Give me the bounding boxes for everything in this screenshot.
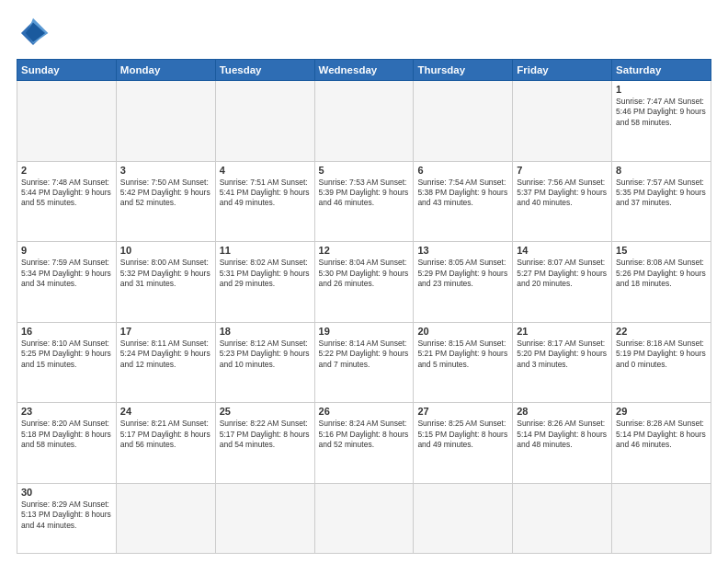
calendar-week-row: 2Sunrise: 7:48 AM Sunset: 5:44 PM Daylig… bbox=[17, 161, 711, 242]
calendar-cell: 17Sunrise: 8:11 AM Sunset: 5:24 PM Dayli… bbox=[116, 322, 215, 403]
day-info: Sunrise: 8:18 AM Sunset: 5:19 PM Dayligh… bbox=[616, 339, 707, 370]
calendar-week-row: 16Sunrise: 8:10 AM Sunset: 5:25 PM Dayli… bbox=[17, 322, 711, 403]
calendar-cell: 2Sunrise: 7:48 AM Sunset: 5:44 PM Daylig… bbox=[17, 161, 117, 242]
day-number: 20 bbox=[417, 326, 508, 337]
calendar: SundayMondayTuesdayWednesdayThursdayFrid… bbox=[17, 59, 711, 554]
day-number: 21 bbox=[517, 326, 608, 337]
day-number: 14 bbox=[517, 245, 608, 256]
calendar-week-row: 1Sunrise: 7:47 AM Sunset: 5:46 PM Daylig… bbox=[17, 81, 711, 162]
day-info: Sunrise: 7:50 AM Sunset: 5:42 PM Dayligh… bbox=[120, 178, 211, 209]
day-number: 10 bbox=[120, 245, 211, 256]
calendar-cell: 8Sunrise: 7:57 AM Sunset: 5:35 PM Daylig… bbox=[612, 161, 711, 242]
day-info: Sunrise: 8:15 AM Sunset: 5:21 PM Dayligh… bbox=[417, 339, 508, 370]
calendar-day-header: Thursday bbox=[414, 60, 513, 81]
calendar-cell bbox=[612, 483, 711, 553]
logo bbox=[17, 17, 53, 50]
day-info: Sunrise: 7:51 AM Sunset: 5:41 PM Dayligh… bbox=[220, 178, 311, 209]
day-number: 13 bbox=[417, 245, 508, 256]
day-number: 7 bbox=[517, 165, 608, 176]
calendar-cell: 14Sunrise: 8:07 AM Sunset: 5:27 PM Dayli… bbox=[513, 242, 612, 323]
day-info: Sunrise: 7:59 AM Sunset: 5:34 PM Dayligh… bbox=[21, 258, 112, 289]
calendar-header-row: SundayMondayTuesdayWednesdayThursdayFrid… bbox=[17, 60, 711, 81]
day-info: Sunrise: 8:17 AM Sunset: 5:20 PM Dayligh… bbox=[517, 339, 608, 370]
calendar-cell: 30Sunrise: 8:29 AM Sunset: 5:13 PM Dayli… bbox=[17, 483, 117, 553]
calendar-cell bbox=[314, 81, 414, 162]
day-info: Sunrise: 7:47 AM Sunset: 5:46 PM Dayligh… bbox=[616, 97, 707, 128]
day-info: Sunrise: 7:56 AM Sunset: 5:37 PM Dayligh… bbox=[517, 178, 608, 209]
calendar-cell: 10Sunrise: 8:00 AM Sunset: 5:32 PM Dayli… bbox=[116, 242, 215, 323]
day-number: 6 bbox=[417, 165, 508, 176]
calendar-cell: 18Sunrise: 8:12 AM Sunset: 5:23 PM Dayli… bbox=[215, 322, 314, 403]
calendar-cell bbox=[116, 81, 215, 162]
day-number: 4 bbox=[220, 165, 311, 176]
day-info: Sunrise: 8:25 AM Sunset: 5:15 PM Dayligh… bbox=[417, 419, 508, 450]
day-info: Sunrise: 8:11 AM Sunset: 5:24 PM Dayligh… bbox=[120, 339, 211, 370]
calendar-cell bbox=[414, 81, 513, 162]
day-number: 19 bbox=[319, 326, 410, 337]
calendar-cell: 3Sunrise: 7:50 AM Sunset: 5:42 PM Daylig… bbox=[116, 161, 215, 242]
calendar-cell: 25Sunrise: 8:22 AM Sunset: 5:17 PM Dayli… bbox=[215, 403, 314, 484]
calendar-week-row: 9Sunrise: 7:59 AM Sunset: 5:34 PM Daylig… bbox=[17, 242, 711, 323]
day-number: 8 bbox=[616, 165, 707, 176]
day-info: Sunrise: 8:20 AM Sunset: 5:18 PM Dayligh… bbox=[21, 419, 112, 450]
calendar-cell bbox=[513, 81, 612, 162]
calendar-cell: 22Sunrise: 8:18 AM Sunset: 5:19 PM Dayli… bbox=[612, 322, 711, 403]
day-info: Sunrise: 7:54 AM Sunset: 5:38 PM Dayligh… bbox=[417, 178, 508, 209]
calendar-cell: 11Sunrise: 8:02 AM Sunset: 5:31 PM Dayli… bbox=[215, 242, 314, 323]
calendar-cell: 23Sunrise: 8:20 AM Sunset: 5:18 PM Dayli… bbox=[17, 403, 117, 484]
calendar-week-row: 30Sunrise: 8:29 AM Sunset: 5:13 PM Dayli… bbox=[17, 483, 711, 553]
calendar-day-header: Saturday bbox=[612, 60, 711, 81]
calendar-cell bbox=[215, 483, 314, 553]
day-info: Sunrise: 8:21 AM Sunset: 5:17 PM Dayligh… bbox=[120, 419, 211, 450]
day-info: Sunrise: 8:24 AM Sunset: 5:16 PM Dayligh… bbox=[319, 419, 410, 450]
calendar-cell: 5Sunrise: 7:53 AM Sunset: 5:39 PM Daylig… bbox=[314, 161, 414, 242]
calendar-cell: 24Sunrise: 8:21 AM Sunset: 5:17 PM Dayli… bbox=[116, 403, 215, 484]
day-info: Sunrise: 8:04 AM Sunset: 5:30 PM Dayligh… bbox=[319, 258, 410, 289]
day-number: 26 bbox=[319, 406, 410, 417]
day-info: Sunrise: 7:53 AM Sunset: 5:39 PM Dayligh… bbox=[319, 178, 410, 209]
day-number: 2 bbox=[21, 165, 112, 176]
calendar-cell: 20Sunrise: 8:15 AM Sunset: 5:21 PM Dayli… bbox=[414, 322, 513, 403]
day-number: 12 bbox=[319, 245, 410, 256]
day-info: Sunrise: 8:02 AM Sunset: 5:31 PM Dayligh… bbox=[220, 258, 311, 289]
day-info: Sunrise: 7:48 AM Sunset: 5:44 PM Dayligh… bbox=[21, 178, 112, 209]
day-number: 30 bbox=[21, 487, 112, 498]
calendar-day-header: Wednesday bbox=[314, 60, 414, 81]
day-number: 18 bbox=[220, 326, 311, 337]
calendar-cell: 6Sunrise: 7:54 AM Sunset: 5:38 PM Daylig… bbox=[414, 161, 513, 242]
day-number: 11 bbox=[220, 245, 311, 256]
calendar-day-header: Friday bbox=[513, 60, 612, 81]
calendar-cell: 27Sunrise: 8:25 AM Sunset: 5:15 PM Dayli… bbox=[414, 403, 513, 484]
day-number: 16 bbox=[21, 326, 112, 337]
calendar-cell bbox=[414, 483, 513, 553]
page: SundayMondayTuesdayWednesdayThursdayFrid… bbox=[0, 0, 728, 563]
calendar-day-header: Monday bbox=[116, 60, 215, 81]
header bbox=[17, 17, 711, 50]
day-info: Sunrise: 8:05 AM Sunset: 5:29 PM Dayligh… bbox=[417, 258, 508, 289]
calendar-cell bbox=[17, 81, 117, 162]
calendar-cell: 26Sunrise: 8:24 AM Sunset: 5:16 PM Dayli… bbox=[314, 403, 414, 484]
calendar-cell: 15Sunrise: 8:08 AM Sunset: 5:26 PM Dayli… bbox=[612, 242, 711, 323]
day-info: Sunrise: 8:26 AM Sunset: 5:14 PM Dayligh… bbox=[517, 419, 608, 450]
day-number: 22 bbox=[616, 326, 707, 337]
calendar-cell: 19Sunrise: 8:14 AM Sunset: 5:22 PM Dayli… bbox=[314, 322, 414, 403]
day-number: 24 bbox=[120, 406, 211, 417]
day-info: Sunrise: 8:10 AM Sunset: 5:25 PM Dayligh… bbox=[21, 339, 112, 370]
day-info: Sunrise: 8:14 AM Sunset: 5:22 PM Dayligh… bbox=[319, 339, 410, 370]
day-number: 23 bbox=[21, 406, 112, 417]
day-number: 15 bbox=[616, 245, 707, 256]
calendar-cell: 21Sunrise: 8:17 AM Sunset: 5:20 PM Dayli… bbox=[513, 322, 612, 403]
calendar-day-header: Sunday bbox=[17, 60, 117, 81]
day-info: Sunrise: 8:22 AM Sunset: 5:17 PM Dayligh… bbox=[220, 419, 311, 450]
calendar-cell: 4Sunrise: 7:51 AM Sunset: 5:41 PM Daylig… bbox=[215, 161, 314, 242]
calendar-cell: 9Sunrise: 7:59 AM Sunset: 5:34 PM Daylig… bbox=[17, 242, 117, 323]
day-number: 17 bbox=[120, 326, 211, 337]
day-info: Sunrise: 8:12 AM Sunset: 5:23 PM Dayligh… bbox=[220, 339, 311, 370]
calendar-cell bbox=[116, 483, 215, 553]
calendar-cell: 1Sunrise: 7:47 AM Sunset: 5:46 PM Daylig… bbox=[612, 81, 711, 162]
calendar-cell: 7Sunrise: 7:56 AM Sunset: 5:37 PM Daylig… bbox=[513, 161, 612, 242]
calendar-cell: 16Sunrise: 8:10 AM Sunset: 5:25 PM Dayli… bbox=[17, 322, 117, 403]
day-number: 3 bbox=[120, 165, 211, 176]
day-info: Sunrise: 7:57 AM Sunset: 5:35 PM Dayligh… bbox=[616, 178, 707, 209]
day-info: Sunrise: 8:29 AM Sunset: 5:13 PM Dayligh… bbox=[21, 500, 112, 531]
